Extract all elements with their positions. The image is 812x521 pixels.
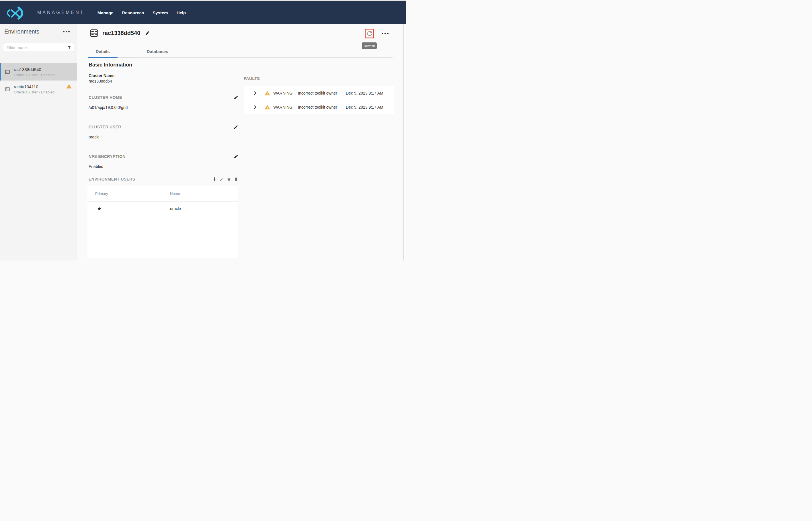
env-item-name: rac1338dd540 — [14, 67, 54, 72]
expand-chevron-icon[interactable] — [254, 91, 257, 95]
environment-users-header: ENVIRONMENT USERS — [89, 177, 238, 182]
nav-help[interactable]: Help — [177, 10, 186, 15]
nav-manage[interactable]: Manage — [97, 10, 113, 15]
environments-sidebar: Environments — [0, 24, 77, 260]
faults-heading: FAULTS — [244, 76, 394, 81]
env-item-name: ractiu104110 — [14, 84, 54, 89]
filter-row — [0, 39, 77, 52]
environment-icon — [5, 70, 10, 74]
main-nav: Manage Resources System Help — [97, 10, 186, 15]
tab-details[interactable]: Details — [88, 45, 117, 57]
detail-tabs: Details Databases — [88, 45, 393, 58]
edit-title-pencil-icon[interactable] — [145, 31, 150, 36]
cluster-user-value: oracle — [89, 135, 238, 139]
edit-cluster-user-pencil-icon[interactable] — [234, 124, 238, 129]
edit-nfs-encryption-pencil-icon[interactable] — [234, 154, 238, 159]
expand-chevron-icon[interactable] — [254, 105, 257, 109]
fault-title: Incorrect toolkit owner — [298, 91, 342, 95]
brand-title: MANAGEMENT — [37, 10, 85, 15]
cluster-home-label: CLUSTER HOME — [89, 95, 122, 100]
users-col-name: Name — [170, 191, 238, 196]
users-col-primary: Primary — [95, 191, 170, 196]
env-list-item-rac1338dd540[interactable]: rac1338dd540 Oracle Cluster - Enabled — [0, 63, 77, 81]
filter-funnel-icon[interactable] — [67, 45, 71, 50]
environment-list: rac1338dd540 Oracle Cluster - Enabled ra… — [0, 63, 77, 98]
env-item-status: Oracle Cluster - Enabled — [14, 73, 54, 77]
environment-users-table: Primary Name oracle — [87, 186, 238, 258]
page-title: rac1338dd540 — [102, 30, 140, 37]
environment-actions-kebab-icon[interactable] — [382, 33, 389, 34]
basic-information-heading: Basic Information — [89, 62, 238, 68]
field-cluster-home: CLUSTER HOME /u01/app/19.0.0.0/grid — [89, 95, 238, 110]
refresh-button[interactable] — [365, 29, 374, 39]
sidebar-header: Environments — [0, 24, 77, 39]
fault-title: Incorrect toolkit owner — [298, 105, 342, 110]
refresh-icon — [367, 30, 373, 37]
page: MANAGEMENT Manage Resources System Help … — [0, 0, 406, 260]
cluster-name-value: rac1338dd54 — [89, 79, 238, 84]
nav-system[interactable]: System — [153, 10, 168, 15]
fault-date: Dec 5, 2023 9:17 AM — [346, 91, 383, 95]
vertical-scrollbar[interactable] — [403, 24, 406, 260]
faults-column: FAULTS WARNING Incorrect toolkit owner D — [244, 58, 394, 114]
basic-information-column: Basic Information Cluster Name rac1338dd… — [89, 58, 238, 258]
environment-title-icon — [90, 29, 98, 37]
field-cluster-name: Cluster Name rac1338dd54 — [89, 73, 238, 84]
environment-users-heading: ENVIRONMENT USERS — [89, 177, 135, 181]
nfs-encryption-label: NFS ENCRYPTION — [89, 154, 126, 159]
tab-databases[interactable]: Databases — [134, 45, 180, 57]
user-name-cell: oracle — [170, 206, 238, 211]
cluster-home-value: /u01/app/19.0.0.0/grid — [89, 105, 238, 110]
fault-date: Dec 5, 2023 9:17 AM — [346, 105, 383, 110]
env-item-status: Oracle Cluster - Enabled — [14, 90, 54, 94]
warning-triangle-icon — [265, 91, 270, 95]
warning-triangle-icon — [265, 105, 270, 110]
delete-user-trash-button[interactable] — [234, 177, 238, 181]
field-nfs-encryption: NFS ENCRYPTION Enabled — [89, 154, 238, 169]
refresh-tooltip: Refresh — [362, 42, 377, 49]
set-primary-user-star-button[interactable] — [226, 177, 232, 182]
nav-resources[interactable]: Resources — [122, 10, 144, 15]
env-item-text: ractiu104110 Oracle Cluster - Enabled — [14, 84, 54, 94]
environment-detail-panel: rac1338dd540 Refresh Details Dat — [77, 24, 406, 260]
sidebar-title: Environments — [4, 28, 39, 35]
fault-severity: WARNING — [273, 91, 294, 95]
edit-user-button[interactable] — [220, 177, 224, 181]
fault-row[interactable]: WARNING Incorrect toolkit owner Dec 5, 2… — [244, 86, 394, 100]
delphix-logo-icon — [4, 5, 26, 21]
title-row: rac1338dd540 — [90, 24, 406, 37]
cluster-user-label: CLUSTER USER — [89, 124, 121, 129]
edit-cluster-home-pencil-icon[interactable] — [234, 95, 238, 100]
environment-icon — [5, 87, 10, 91]
sidebar-kebab-menu-icon[interactable] — [63, 31, 70, 32]
primary-star-icon — [97, 207, 170, 211]
env-list-item-ractiu104110[interactable]: ractiu104110 Oracle Cluster - Enabled — [0, 81, 77, 98]
add-user-button[interactable] — [212, 177, 217, 182]
nfs-encryption-value: Enabled — [89, 164, 238, 169]
top-nav-bar: MANAGEMENT Manage Resources System Help — [0, 1, 406, 24]
users-table-header: Primary Name — [87, 186, 238, 202]
fault-row[interactable]: WARNING Incorrect toolkit owner Dec 5, 2… — [244, 100, 394, 114]
field-cluster-user: CLUSTER USER oracle — [89, 124, 238, 139]
warning-triangle-icon — [67, 84, 71, 89]
environment-users-actions — [212, 177, 238, 182]
filter-input[interactable] — [3, 43, 74, 52]
faults-list: WARNING Incorrect toolkit owner Dec 5, 2… — [244, 86, 394, 114]
fault-severity: WARNING — [273, 105, 294, 110]
users-table-row[interactable]: oracle — [87, 202, 238, 216]
env-item-text: rac1338dd540 Oracle Cluster - Enabled — [14, 67, 54, 77]
cluster-name-label: Cluster Name — [89, 73, 238, 78]
